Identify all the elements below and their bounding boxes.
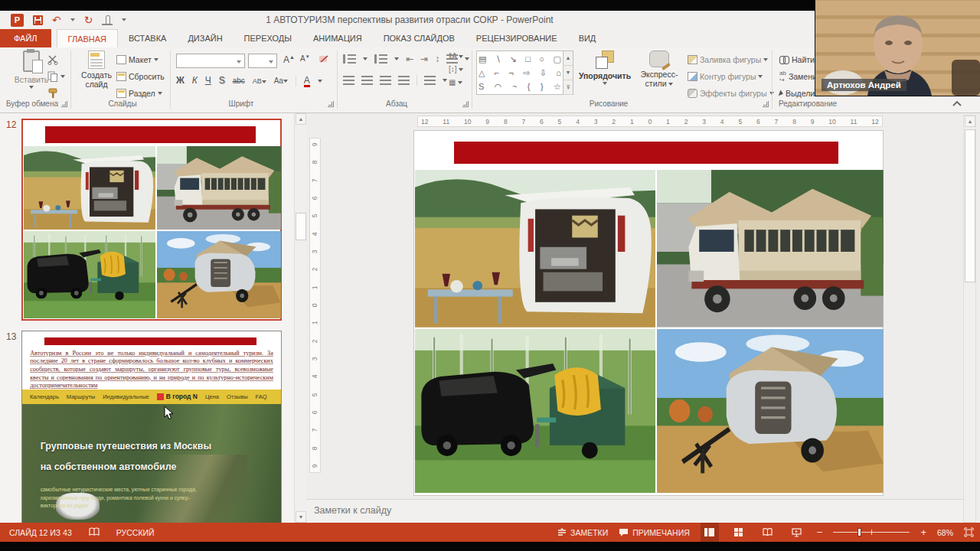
strikethrough-button[interactable]: abc	[233, 77, 245, 85]
reset-button[interactable]: Сбросить	[116, 70, 165, 83]
text-direction-button[interactable]: ‖A	[449, 52, 463, 60]
font-dialog-launcher[interactable]	[328, 101, 334, 107]
convert-smartart-button[interactable]: ▦	[449, 78, 463, 86]
tab-design[interactable]: ДИЗАЙН	[177, 29, 233, 47]
tab-home[interactable]: ГЛАВНАЯ	[57, 29, 118, 47]
zoom-slider[interactable]	[833, 532, 910, 533]
main-scrollbar[interactable]: ▲	[963, 115, 976, 523]
shape-icon[interactable]: △	[479, 69, 485, 77]
shape-icon[interactable]: }	[541, 83, 544, 91]
shape-icon[interactable]: ☆	[554, 83, 561, 91]
zoom-in-button[interactable]: +	[920, 527, 926, 538]
shape-icon[interactable]: ▤	[479, 55, 486, 64]
scroll-down-icon[interactable]: ▼	[296, 511, 306, 523]
shape-fill-button[interactable]: Заливка фигуры	[688, 54, 768, 66]
clear-formatting-icon[interactable]	[318, 54, 330, 65]
shape-outline-button[interactable]: Контур фигуры	[688, 70, 763, 83]
tab-slideshow[interactable]: ПОКАЗ СЛАЙДОВ	[373, 29, 466, 47]
shape-icon[interactable]: ○	[539, 55, 544, 64]
tab-insert[interactable]: ВСТАВКА	[118, 29, 177, 47]
section-button[interactable]: Раздел	[116, 87, 162, 99]
cut-button[interactable]	[47, 54, 58, 66]
numbering-caret-icon[interactable]	[394, 57, 399, 60]
font-color-button[interactable]: А	[304, 76, 310, 87]
bullets-icon[interactable]	[343, 54, 356, 64]
scrollbar-thumb[interactable]	[965, 129, 975, 282]
scroll-up-icon[interactable]: ▲	[965, 116, 975, 127]
increase-indent-icon[interactable]: ⇥	[420, 54, 428, 64]
quick-styles-button[interactable]: Экспресс- стили	[637, 51, 681, 88]
scroll-up-icon[interactable]: ▲	[296, 113, 306, 125]
shape-icon[interactable]: {	[528, 83, 531, 91]
zoom-slider-thumb[interactable]	[858, 528, 861, 536]
bold-button[interactable]: Ж	[176, 75, 185, 86]
line-spacing-icon[interactable]: ↕	[435, 54, 439, 64]
notes-pane[interactable]: Заметки к слайду	[306, 499, 963, 523]
underline-button[interactable]: Ч	[205, 75, 211, 86]
clipboard-dialog-launcher[interactable]	[61, 101, 67, 107]
shape-icon[interactable]: ⇩	[540, 69, 547, 77]
shape-icon[interactable]: □	[525, 55, 531, 64]
font-size-combobox[interactable]	[248, 54, 277, 68]
shape-icon[interactable]: ¬	[509, 69, 514, 77]
character-spacing-button[interactable]: АВ	[253, 77, 266, 85]
reading-view-button[interactable]	[759, 523, 777, 542]
align-text-button[interactable]: [↕]	[449, 65, 463, 73]
shrink-font-button[interactable]: А▼	[300, 54, 310, 63]
tab-transitions[interactable]: ПЕРЕХОДЫ	[234, 29, 302, 47]
collapse-ribbon-icon[interactable]	[952, 99, 962, 107]
slide-counter[interactable]: СЛАЙД 12 ИЗ 43	[9, 528, 72, 537]
shapes-gallery[interactable]: ▤∖↘□○▢ △⌐¬⇨⇩⌂ S◠~{}☆	[476, 51, 564, 95]
shape-icon[interactable]: ∖	[495, 55, 501, 64]
photo-teardrop-trailer[interactable]	[657, 329, 884, 493]
layout-button[interactable]: Макет	[116, 54, 158, 66]
tab-review[interactable]: РЕЦЕНЗИРОВАНИЕ	[466, 29, 568, 47]
change-case-button[interactable]: Aa	[274, 77, 288, 85]
format-painter-button[interactable]	[47, 87, 58, 99]
shapes-scroll-up-icon[interactable]: ▲	[564, 51, 573, 66]
text-shadow-button[interactable]: S	[219, 75, 225, 86]
photo-van-tent-trailer[interactable]	[415, 329, 655, 493]
shape-icon[interactable]: ~	[512, 83, 517, 91]
notes-toggle-button[interactable]: ЗАМЕТКИ	[557, 528, 608, 537]
font-name-combobox[interactable]	[176, 54, 245, 68]
tab-animation[interactable]: АНИМАЦИЯ	[302, 29, 373, 47]
columns-icon[interactable]	[424, 76, 436, 85]
scrollbar-thumb[interactable]	[296, 213, 306, 240]
numbering-icon[interactable]	[374, 54, 387, 64]
justify-icon[interactable]	[398, 76, 410, 85]
zoom-level[interactable]: 68%	[937, 528, 953, 537]
decrease-indent-icon[interactable]: ⇤	[406, 54, 413, 64]
photo-expedition-truck[interactable]	[657, 170, 884, 328]
paragraph-dialog-launcher[interactable]	[462, 101, 469, 107]
shape-effects-button[interactable]: Эффекты фигуры	[688, 87, 774, 99]
shape-icon[interactable]: ⇨	[523, 69, 530, 77]
slide-13-thumbnail[interactable]: Автотуризм в России это не только индиви…	[21, 331, 282, 523]
shape-icon[interactable]: ⌂	[556, 69, 561, 77]
fit-to-window-icon[interactable]	[964, 527, 974, 537]
shape-icon[interactable]: ⌐	[495, 69, 499, 77]
tab-view[interactable]: ВИД	[568, 29, 607, 47]
tab-file[interactable]: ФАЙЛ	[0, 29, 51, 47]
slide-sorter-view-button[interactable]	[730, 523, 748, 542]
copy-button[interactable]	[47, 70, 65, 83]
slideshow-view-button[interactable]	[788, 523, 806, 542]
shape-icon[interactable]: S	[479, 83, 484, 91]
bullets-caret-icon[interactable]	[363, 57, 368, 60]
find-button[interactable]: Найти	[779, 54, 815, 66]
italic-button[interactable]: К	[192, 75, 198, 86]
shapes-scroll-down-icon[interactable]: ▼	[564, 66, 573, 80]
arrange-button[interactable]: Упорядочить	[580, 51, 629, 85]
columns-caret-icon[interactable]	[443, 79, 447, 82]
font-color-caret-icon[interactable]	[318, 80, 322, 83]
comments-toggle-button[interactable]: ПРИМЕЧАНИЯ	[619, 528, 690, 537]
slide-editing-canvas[interactable]	[413, 130, 884, 496]
photo-camper-van[interactable]	[415, 170, 655, 328]
align-left-icon[interactable]	[343, 76, 354, 85]
align-right-icon[interactable]	[380, 76, 391, 85]
shapes-gallery-more-icon[interactable]: ⊽	[564, 80, 573, 95]
slide-12-thumbnail[interactable]	[21, 119, 282, 321]
zoom-out-button[interactable]: −	[817, 527, 823, 538]
shape-icon[interactable]: ▢	[554, 55, 561, 64]
normal-view-button[interactable]	[701, 523, 719, 542]
